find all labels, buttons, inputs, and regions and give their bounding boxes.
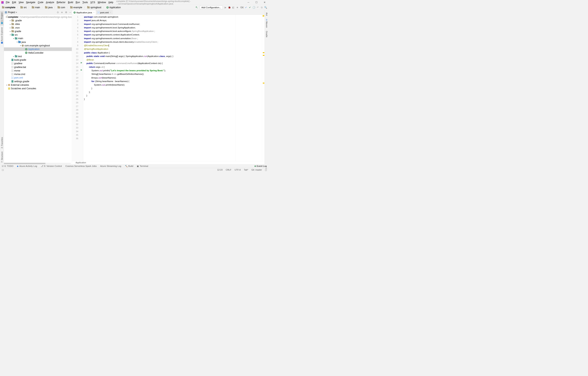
hide-icon[interactable]: ─ [69, 11, 71, 14]
add-configuration-button[interactable]: Add Configuration... [200, 6, 223, 9]
tree-item-external-libraries[interactable]: ▸External Libraries [4, 83, 72, 87]
menu-tools[interactable]: Tools [81, 1, 89, 4]
indent-info[interactable]: Tab* [244, 169, 248, 171]
azure-explorer-tab[interactable]: Azure Explorer [0, 25, 3, 45]
breadcrumb-main[interactable]: main [31, 6, 41, 9]
tree-item-com-example-springboot[interactable]: ▾com.example.springboot [4, 44, 72, 47]
commit-icon[interactable]: ✔ [248, 6, 252, 9]
close-tab-icon[interactable]: × [110, 11, 111, 14]
project-tool-tab[interactable]: 1: Project [0, 11, 3, 26]
tree-item-hellocontroller[interactable]: CHelloController [4, 51, 72, 54]
run-gutter-icon[interactable]: ▶ [81, 69, 82, 71]
version-control-tool[interactable]: ⎇9: Version Control [41, 165, 62, 167]
tree-item-src[interactable]: ▾src [4, 33, 72, 37]
breadcrumb-example[interactable]: example [69, 6, 83, 9]
cursor-position[interactable]: 12:23 [217, 169, 223, 171]
menu-build[interactable]: Build [67, 1, 74, 4]
azure-log-tool[interactable]: ◆Azure Activity Log [17, 165, 37, 167]
search-everywhere-icon[interactable]: 🔍 [264, 6, 267, 9]
tree-item-main[interactable]: ▾main [4, 37, 72, 40]
terminal-tool[interactable]: ▣Terminal [137, 165, 148, 167]
maven-tab[interactable]: mMaven [265, 17, 268, 29]
tree-item-mvnw[interactable]: mvnw [4, 69, 72, 73]
tab-pom[interactable]: mpom.xml× [96, 10, 113, 15]
code-editor[interactable]: 1234567891011121314151617182021222324252… [72, 15, 265, 161]
gradle-tab[interactable]: Gradle [265, 29, 268, 39]
tree-item-gradlew[interactable]: gradlew [4, 62, 72, 65]
file-encoding[interactable]: UTF-8 [235, 169, 241, 171]
run-icon[interactable]: ▶ [224, 6, 227, 9]
editor-tabs: CApplication.java× mpom.xml× [72, 10, 265, 15]
gutter-icons[interactable]: ▶▶ [80, 15, 83, 161]
settings-icon[interactable]: ⚙ [65, 11, 67, 14]
tree-item-pom-xml[interactable]: mpom.xml [4, 76, 72, 80]
menu-run[interactable]: Run [75, 1, 81, 4]
azure-stream-tool[interactable]: Azure Streaming Log [100, 165, 121, 167]
tree-item-java[interactable]: ▾java [4, 40, 72, 44]
tree-item-mvnw-cmd[interactable]: mvnw.cmd [4, 73, 72, 76]
event-log-tool[interactable]: Event Log [255, 165, 267, 167]
breadcrumb-com[interactable]: com [56, 6, 66, 9]
file-icon [11, 70, 13, 72]
tree-item-gradle[interactable]: ▸gradle [4, 30, 72, 33]
breadcrumb-complete[interactable]: complete [1, 6, 17, 9]
tree-item-application[interactable]: CApplication [4, 47, 72, 51]
tree-item-complete[interactable]: ▾complete C:\Users\yucwan\Documents\vswo… [4, 15, 72, 19]
expand-all-icon[interactable]: ≑ [61, 11, 63, 14]
tree-item-test[interactable]: ▸test [4, 55, 72, 58]
git-branch[interactable]: Git: master [251, 169, 262, 171]
project-tree[interactable]: ▾complete C:\Users\yucwan\Documents\vswo… [4, 15, 72, 164]
menu-navigate[interactable]: Navigate [25, 1, 37, 4]
editor-breadcrumb[interactable]: Application [72, 161, 265, 164]
maximize-button[interactable]: ☐ [252, 0, 260, 5]
error-stripe[interactable] [262, 15, 265, 161]
menu-help[interactable]: Help [107, 1, 115, 4]
minimize-button[interactable]: ─ [245, 0, 252, 5]
close-tab-icon[interactable]: × [93, 11, 95, 14]
breadcrumb-src[interactable]: src [19, 6, 28, 9]
menu-window[interactable]: Window [96, 1, 107, 4]
build-icon[interactable] [195, 6, 198, 9]
code-content[interactable]: package com.example.springboot;import ja… [83, 15, 262, 161]
breadcrumb-springboot[interactable]: springboot [86, 6, 102, 9]
tree-item-gradlew-bat[interactable]: gradlew.bat [4, 65, 72, 69]
tab-application[interactable]: CApplication.java× [72, 10, 96, 15]
favorites-tab[interactable]: 2: Favorites [0, 136, 3, 150]
menu-vcs[interactable]: VCS [89, 1, 96, 4]
folder-teal-icon [11, 34, 14, 36]
close-button[interactable]: ✕ [260, 0, 268, 5]
horizontal-scrollbar[interactable] [4, 163, 71, 164]
menu-analyze[interactable]: Analyze [45, 1, 55, 4]
breadcrumb-java[interactable]: java [44, 6, 53, 9]
project-dropdown-icon[interactable]: ▾ [16, 11, 17, 14]
readonly-lock-icon[interactable] [265, 169, 267, 171]
tree-item-settings-gradle[interactable]: settings.gradle [4, 80, 72, 83]
menu-view[interactable]: View [17, 1, 25, 4]
tree-item--gradle[interactable]: ▸.gradle [4, 19, 72, 22]
breadcrumb-application[interactable]: CApplication [105, 6, 122, 9]
line-separator[interactable]: CRLF [226, 169, 232, 171]
debug-icon[interactable]: 🐞 [228, 6, 231, 9]
diff-icon[interactable]: ⧉ [260, 6, 263, 9]
menu-code[interactable]: Code [37, 1, 45, 4]
tree-item--mvn[interactable]: ▸.mvn [4, 26, 72, 29]
menu-file[interactable]: File [4, 1, 11, 4]
update-project-icon[interactable]: ✓ [244, 6, 248, 9]
menu-edit[interactable]: Edit [11, 1, 17, 4]
revert-icon[interactable]: ↶ [256, 6, 259, 9]
stop-icon[interactable]: ■ [235, 6, 239, 9]
todo-tool[interactable]: ☑6: TODO [2, 165, 13, 167]
history-icon[interactable]: 🕓 [252, 6, 256, 9]
select-opened-file-icon[interactable]: ⊙ [57, 11, 59, 14]
tree-item-scratches-and-consoles[interactable]: Scratches and Consoles [4, 87, 72, 90]
coverage-icon[interactable]: ◧ [232, 6, 235, 9]
ant-tab[interactable]: Ant [265, 11, 268, 17]
structure-tab[interactable]: 7: Structure [0, 150, 3, 164]
cosmos-tool[interactable]: Cosmos Serverless Spark Jobs [65, 165, 97, 167]
run-gutter-icon[interactable]: ▶ [81, 62, 82, 64]
menu-refactor[interactable]: Refactor [55, 1, 67, 4]
build-tool[interactable]: 🔨Build [125, 165, 133, 167]
folder-icon [11, 27, 14, 29]
tree-item-build-gradle[interactable]: build.gradle [4, 58, 72, 62]
tree-item--idea[interactable]: ▸.idea [4, 22, 72, 26]
